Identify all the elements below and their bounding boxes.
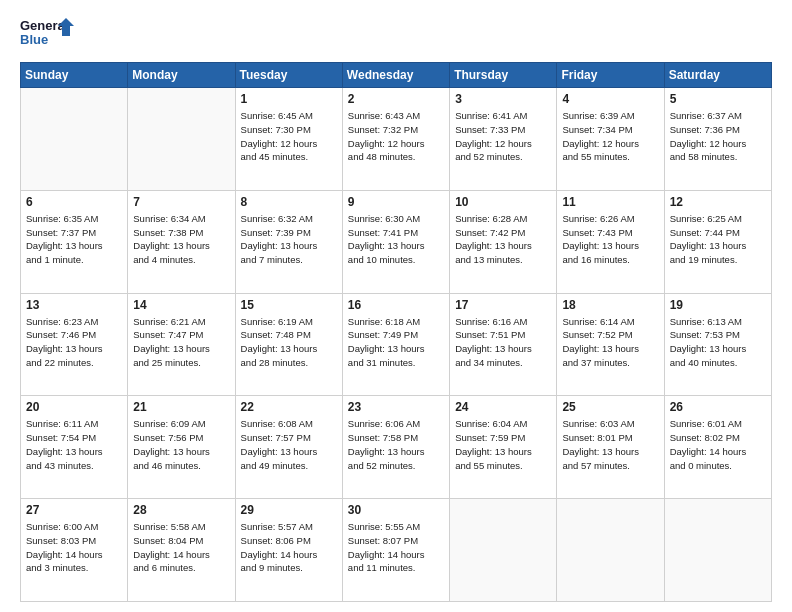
day-cell: 19Sunrise: 6:13 AM Sunset: 7:53 PM Dayli… [664, 293, 771, 396]
day-info: Sunrise: 6:09 AM Sunset: 7:56 PM Dayligh… [133, 417, 229, 472]
col-header-saturday: Saturday [664, 63, 771, 88]
day-number: 10 [455, 195, 551, 209]
day-cell: 26Sunrise: 6:01 AM Sunset: 8:02 PM Dayli… [664, 396, 771, 499]
day-info: Sunrise: 6:30 AM Sunset: 7:41 PM Dayligh… [348, 212, 444, 267]
day-number: 19 [670, 298, 766, 312]
day-cell: 18Sunrise: 6:14 AM Sunset: 7:52 PM Dayli… [557, 293, 664, 396]
day-cell: 15Sunrise: 6:19 AM Sunset: 7:48 PM Dayli… [235, 293, 342, 396]
day-cell: 20Sunrise: 6:11 AM Sunset: 7:54 PM Dayli… [21, 396, 128, 499]
day-cell: 8Sunrise: 6:32 AM Sunset: 7:39 PM Daylig… [235, 190, 342, 293]
day-number: 8 [241, 195, 337, 209]
day-number: 9 [348, 195, 444, 209]
day-cell: 28Sunrise: 5:58 AM Sunset: 8:04 PM Dayli… [128, 499, 235, 602]
day-number: 11 [562, 195, 658, 209]
day-number: 23 [348, 400, 444, 414]
day-info: Sunrise: 6:45 AM Sunset: 7:30 PM Dayligh… [241, 109, 337, 164]
day-number: 25 [562, 400, 658, 414]
day-info: Sunrise: 6:01 AM Sunset: 8:02 PM Dayligh… [670, 417, 766, 472]
day-info: Sunrise: 6:37 AM Sunset: 7:36 PM Dayligh… [670, 109, 766, 164]
day-info: Sunrise: 6:34 AM Sunset: 7:38 PM Dayligh… [133, 212, 229, 267]
day-cell: 4Sunrise: 6:39 AM Sunset: 7:34 PM Daylig… [557, 88, 664, 191]
day-number: 6 [26, 195, 122, 209]
day-info: Sunrise: 5:57 AM Sunset: 8:06 PM Dayligh… [241, 520, 337, 575]
day-number: 5 [670, 92, 766, 106]
day-info: Sunrise: 6:32 AM Sunset: 7:39 PM Dayligh… [241, 212, 337, 267]
day-cell: 27Sunrise: 6:00 AM Sunset: 8:03 PM Dayli… [21, 499, 128, 602]
day-cell: 23Sunrise: 6:06 AM Sunset: 7:58 PM Dayli… [342, 396, 449, 499]
day-cell: 17Sunrise: 6:16 AM Sunset: 7:51 PM Dayli… [450, 293, 557, 396]
week-row-2: 6Sunrise: 6:35 AM Sunset: 7:37 PM Daylig… [21, 190, 772, 293]
day-info: Sunrise: 6:16 AM Sunset: 7:51 PM Dayligh… [455, 315, 551, 370]
day-cell: 13Sunrise: 6:23 AM Sunset: 7:46 PM Dayli… [21, 293, 128, 396]
day-number: 16 [348, 298, 444, 312]
day-info: Sunrise: 6:25 AM Sunset: 7:44 PM Dayligh… [670, 212, 766, 267]
day-number: 30 [348, 503, 444, 517]
day-number: 14 [133, 298, 229, 312]
day-cell [664, 499, 771, 602]
day-cell [128, 88, 235, 191]
day-number: 27 [26, 503, 122, 517]
day-cell: 11Sunrise: 6:26 AM Sunset: 7:43 PM Dayli… [557, 190, 664, 293]
day-info: Sunrise: 6:13 AM Sunset: 7:53 PM Dayligh… [670, 315, 766, 370]
calendar-header-row: SundayMondayTuesdayWednesdayThursdayFrid… [21, 63, 772, 88]
day-number: 29 [241, 503, 337, 517]
day-info: Sunrise: 6:28 AM Sunset: 7:42 PM Dayligh… [455, 212, 551, 267]
day-info: Sunrise: 6:26 AM Sunset: 7:43 PM Dayligh… [562, 212, 658, 267]
day-info: Sunrise: 6:04 AM Sunset: 7:59 PM Dayligh… [455, 417, 551, 472]
day-cell: 25Sunrise: 6:03 AM Sunset: 8:01 PM Dayli… [557, 396, 664, 499]
day-info: Sunrise: 6:23 AM Sunset: 7:46 PM Dayligh… [26, 315, 122, 370]
day-cell: 24Sunrise: 6:04 AM Sunset: 7:59 PM Dayli… [450, 396, 557, 499]
day-number: 1 [241, 92, 337, 106]
svg-text:Blue: Blue [20, 32, 48, 47]
day-number: 22 [241, 400, 337, 414]
day-cell: 2Sunrise: 6:43 AM Sunset: 7:32 PM Daylig… [342, 88, 449, 191]
day-info: Sunrise: 6:00 AM Sunset: 8:03 PM Dayligh… [26, 520, 122, 575]
day-number: 28 [133, 503, 229, 517]
col-header-friday: Friday [557, 63, 664, 88]
day-info: Sunrise: 6:06 AM Sunset: 7:58 PM Dayligh… [348, 417, 444, 472]
day-info: Sunrise: 5:58 AM Sunset: 8:04 PM Dayligh… [133, 520, 229, 575]
day-number: 3 [455, 92, 551, 106]
day-cell: 14Sunrise: 6:21 AM Sunset: 7:47 PM Dayli… [128, 293, 235, 396]
day-number: 17 [455, 298, 551, 312]
day-number: 15 [241, 298, 337, 312]
col-header-thursday: Thursday [450, 63, 557, 88]
day-cell [450, 499, 557, 602]
day-info: Sunrise: 6:14 AM Sunset: 7:52 PM Dayligh… [562, 315, 658, 370]
day-number: 20 [26, 400, 122, 414]
page: GeneralBlue SundayMondayTuesdayWednesday… [0, 0, 792, 612]
week-row-5: 27Sunrise: 6:00 AM Sunset: 8:03 PM Dayli… [21, 499, 772, 602]
day-number: 18 [562, 298, 658, 312]
day-info: Sunrise: 6:08 AM Sunset: 7:57 PM Dayligh… [241, 417, 337, 472]
day-cell: 22Sunrise: 6:08 AM Sunset: 7:57 PM Dayli… [235, 396, 342, 499]
day-cell: 30Sunrise: 5:55 AM Sunset: 8:07 PM Dayli… [342, 499, 449, 602]
week-row-4: 20Sunrise: 6:11 AM Sunset: 7:54 PM Dayli… [21, 396, 772, 499]
day-cell: 12Sunrise: 6:25 AM Sunset: 7:44 PM Dayli… [664, 190, 771, 293]
week-row-3: 13Sunrise: 6:23 AM Sunset: 7:46 PM Dayli… [21, 293, 772, 396]
day-info: Sunrise: 6:11 AM Sunset: 7:54 PM Dayligh… [26, 417, 122, 472]
day-cell [557, 499, 664, 602]
day-cell: 6Sunrise: 6:35 AM Sunset: 7:37 PM Daylig… [21, 190, 128, 293]
day-info: Sunrise: 6:43 AM Sunset: 7:32 PM Dayligh… [348, 109, 444, 164]
col-header-sunday: Sunday [21, 63, 128, 88]
day-number: 2 [348, 92, 444, 106]
col-header-wednesday: Wednesday [342, 63, 449, 88]
day-cell: 9Sunrise: 6:30 AM Sunset: 7:41 PM Daylig… [342, 190, 449, 293]
logo-svg: GeneralBlue [20, 16, 80, 52]
day-info: Sunrise: 6:35 AM Sunset: 7:37 PM Dayligh… [26, 212, 122, 267]
col-header-tuesday: Tuesday [235, 63, 342, 88]
day-info: Sunrise: 6:39 AM Sunset: 7:34 PM Dayligh… [562, 109, 658, 164]
col-header-monday: Monday [128, 63, 235, 88]
day-cell: 29Sunrise: 5:57 AM Sunset: 8:06 PM Dayli… [235, 499, 342, 602]
day-number: 4 [562, 92, 658, 106]
day-cell: 21Sunrise: 6:09 AM Sunset: 7:56 PM Dayli… [128, 396, 235, 499]
day-cell: 7Sunrise: 6:34 AM Sunset: 7:38 PM Daylig… [128, 190, 235, 293]
day-cell [21, 88, 128, 191]
week-row-1: 1Sunrise: 6:45 AM Sunset: 7:30 PM Daylig… [21, 88, 772, 191]
day-info: Sunrise: 6:41 AM Sunset: 7:33 PM Dayligh… [455, 109, 551, 164]
day-number: 26 [670, 400, 766, 414]
day-number: 13 [26, 298, 122, 312]
day-info: Sunrise: 6:21 AM Sunset: 7:47 PM Dayligh… [133, 315, 229, 370]
day-number: 12 [670, 195, 766, 209]
day-number: 24 [455, 400, 551, 414]
